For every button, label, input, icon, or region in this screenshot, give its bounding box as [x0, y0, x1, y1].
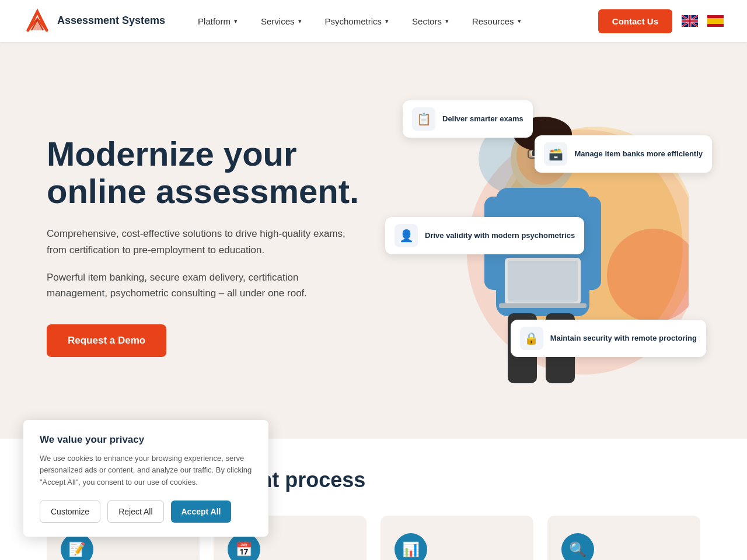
deliver-icon: 📋	[412, 107, 435, 131]
nav-resources[interactable]: Resources	[463, 12, 530, 31]
flag-spanish[interactable]	[707, 15, 724, 27]
feature-card-validity[interactable]: 👤 Drive validity with modern psychometri…	[385, 217, 584, 254]
validity-icon: 👤	[395, 224, 418, 247]
cookie-banner: We value your privacy We use cookies to …	[23, 420, 268, 537]
hero-section: Modernize your online assessment. Compre…	[0, 42, 747, 439]
cookie-reject-button[interactable]: Reject All	[107, 501, 163, 523]
navbar: Assessment Systems Platform Services Psy…	[0, 0, 747, 42]
manage-icon: 🗃️	[544, 142, 567, 166]
request-demo-button[interactable]: Request a Demo	[47, 324, 166, 357]
bottom-card-icon-3: 📊	[395, 533, 427, 560]
hero-visual: 📋 Deliver smarter exams 🗃️ Manage item b…	[385, 89, 700, 404]
feature-card-manage[interactable]: 🗃️ Manage item banks more efficiently	[535, 135, 712, 173]
nav-sectors[interactable]: Sectors	[403, 12, 458, 31]
svg-rect-3	[707, 24, 724, 27]
cookie-title: We value your privacy	[40, 434, 252, 446]
nav-services[interactable]: Services	[252, 12, 311, 31]
hero-content: Modernize your online assessment. Compre…	[47, 135, 385, 357]
logo-text: Assessment Systems	[57, 15, 165, 27]
nav-platform[interactable]: Platform	[189, 12, 247, 31]
logo[interactable]: Assessment Systems	[23, 7, 165, 35]
svg-rect-25	[508, 261, 578, 302]
feature-card-deliver[interactable]: 📋 Deliver smarter exams	[403, 100, 533, 138]
hero-subtitle-2: Powerful item banking, secure exam deliv…	[47, 270, 362, 301]
hero-title: Modernize your online assessment.	[47, 135, 362, 210]
feature-card-security[interactable]: 🔒 Maintain security with remote proctori…	[511, 320, 706, 357]
manage-text: Manage item banks more efficiently	[574, 149, 703, 159]
bottom-card-icon-1: 📝	[61, 533, 93, 560]
cookie-buttons: Customize Reject All Accept All	[40, 501, 252, 523]
svg-rect-1	[707, 15, 724, 18]
nav-right: Contact Us	[598, 9, 724, 33]
bottom-card-icon-4: 🔍	[561, 533, 594, 560]
logo-icon	[23, 7, 51, 35]
bottom-card-3: 📊	[381, 516, 533, 560]
security-icon: 🔒	[520, 327, 543, 350]
bottom-card-icon-2: 📅	[228, 533, 260, 560]
contact-button[interactable]: Contact Us	[598, 9, 672, 33]
nav-links: Platform Services Psychometrics Sectors …	[189, 12, 598, 31]
security-text: Maintain security with remote proctoring	[550, 334, 697, 344]
svg-rect-2	[707, 18, 724, 24]
cookie-text: We use cookies to enhance your browsing …	[40, 453, 252, 489]
cookie-accept-button[interactable]: Accept All	[171, 501, 232, 523]
bottom-card-4: 🔍	[547, 516, 700, 560]
nav-psychometrics[interactable]: Psychometrics	[316, 12, 399, 31]
deliver-text: Deliver smarter exams	[442, 114, 523, 124]
cookie-customize-button[interactable]: Customize	[40, 501, 100, 523]
hero-subtitle-1: Comprehensive, cost-effective solutions …	[47, 226, 362, 257]
validity-text: Drive validity with modern psychometrics	[425, 231, 575, 241]
flag-english[interactable]	[682, 15, 698, 27]
svg-rect-26	[499, 303, 587, 308]
